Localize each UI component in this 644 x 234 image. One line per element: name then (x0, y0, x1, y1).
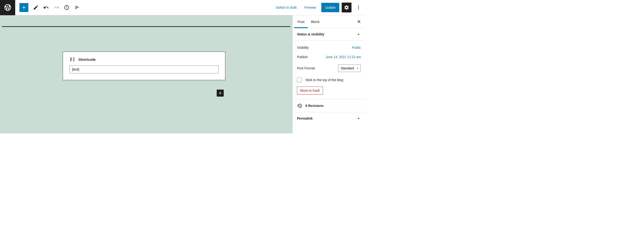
shortcode-block[interactable]: Shortcode (63, 52, 225, 80)
add-block-inline-button[interactable] (217, 90, 224, 97)
switch-to-draft-button[interactable]: Switch to draft (273, 3, 299, 12)
post-format-label: Post Format (297, 66, 315, 70)
wp-logo[interactable] (0, 0, 15, 15)
top-toolbar: Switch to draft Preview Update (0, 0, 365, 15)
close-sidebar-button[interactable] (354, 17, 364, 26)
separator-block[interactable] (2, 26, 290, 27)
permalink-label: Permalink (297, 116, 313, 120)
add-block-button[interactable] (20, 3, 28, 12)
edit-mode-button[interactable] (31, 3, 40, 12)
info-icon (64, 5, 70, 10)
undo-button[interactable] (42, 3, 51, 12)
status-visibility-panel-toggle[interactable]: Status & visibility (293, 28, 365, 41)
plus-icon (21, 5, 27, 10)
stick-to-top-label: Stick to the top of the blog (306, 78, 343, 82)
preview-button[interactable]: Preview (302, 3, 319, 12)
pencil-icon (33, 5, 38, 10)
redo-button[interactable] (52, 3, 61, 12)
info-button[interactable] (62, 3, 71, 12)
history-icon (297, 103, 302, 108)
publish-label: Publish (297, 55, 308, 59)
plus-icon (218, 91, 222, 95)
move-to-trash-button[interactable]: Move to trash (297, 86, 323, 94)
outline-button[interactable] (72, 3, 82, 12)
chevron-up-icon (356, 32, 361, 37)
svg-point-1 (358, 7, 359, 8)
publish-value[interactable]: June 14, 2021 11:22 am (326, 55, 361, 59)
status-visibility-panel-body: Visibility Public Publish June 14, 2021 … (293, 41, 365, 99)
visibility-label: Visibility (297, 46, 309, 49)
stick-to-top-checkbox-row[interactable]: Stick to the top of the blog (297, 75, 361, 86)
visibility-value[interactable]: Public (352, 46, 361, 49)
update-button[interactable]: Update (321, 3, 339, 12)
permalink-panel-toggle[interactable]: Permalink (293, 112, 365, 125)
undo-icon (43, 5, 49, 10)
settings-button[interactable] (342, 3, 352, 13)
revisions-label: 6 Revisions (306, 104, 324, 108)
more-options-button[interactable] (354, 3, 363, 12)
list-icon (74, 5, 80, 10)
tab-post[interactable]: Post (294, 15, 308, 28)
revisions-row[interactable]: 6 Revisions (293, 99, 365, 112)
tab-block[interactable]: Block (308, 15, 323, 28)
status-visibility-title: Status & visibility (297, 32, 324, 36)
shortcode-input[interactable] (70, 65, 218, 73)
wordpress-icon (4, 4, 12, 12)
shortcode-icon (70, 57, 75, 62)
redo-icon (54, 5, 59, 10)
gear-icon (344, 5, 349, 10)
svg-point-2 (358, 9, 359, 10)
chevron-down-icon (356, 116, 361, 121)
settings-sidebar: Post Block Status & visibility Visibilit… (292, 15, 365, 134)
sidebar-tabs: Post Block (293, 15, 365, 28)
shortcode-block-title: Shortcode (78, 57, 96, 61)
svg-point-0 (358, 6, 359, 7)
stick-to-top-checkbox[interactable] (297, 78, 302, 82)
post-format-select[interactable]: Standard (338, 64, 361, 72)
kebab-icon (356, 5, 361, 10)
close-icon (357, 19, 361, 24)
editor-canvas[interactable]: Shortcode (0, 15, 292, 134)
